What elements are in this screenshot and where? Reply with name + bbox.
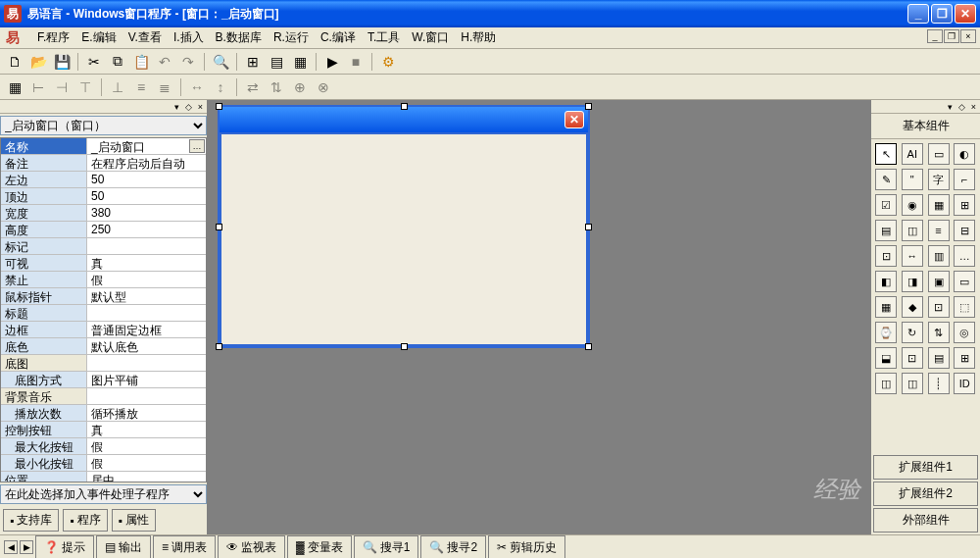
- property-value[interactable]: [87, 305, 206, 321]
- resize-handle-ne[interactable]: [585, 103, 592, 110]
- status-tab[interactable]: 🔍搜寻1: [354, 535, 419, 559]
- component-button[interactable]: ◆: [902, 296, 923, 318]
- component-button[interactable]: ↔: [902, 245, 923, 267]
- resize-handle-e[interactable]: [585, 224, 592, 230]
- component-button[interactable]: ▦: [928, 194, 950, 216]
- property-value[interactable]: 假: [87, 455, 206, 471]
- property-row[interactable]: 高度250: [1, 222, 206, 238]
- align-top-icon[interactable]: ⊥: [107, 76, 128, 98]
- component-button[interactable]: AI: [902, 143, 923, 165]
- property-tab-button[interactable]: ▪属性: [112, 509, 156, 532]
- mdi-restore-button[interactable]: ❐: [944, 29, 959, 43]
- center-h-icon[interactable]: ⊕: [289, 76, 311, 98]
- property-row[interactable]: 底色默认底色: [1, 338, 206, 355]
- status-tab[interactable]: ▤输出: [96, 535, 151, 559]
- property-value[interactable]: 真: [87, 255, 206, 271]
- component-button[interactable]: ▤: [875, 220, 897, 241]
- property-value[interactable]: 真: [87, 422, 206, 437]
- panel-close-icon[interactable]: ×: [196, 102, 205, 112]
- component-button[interactable]: ≡: [928, 220, 950, 241]
- property-value[interactable]: [87, 355, 206, 371]
- ellipsis-button[interactable]: …: [189, 139, 205, 153]
- component-button[interactable]: ◫: [875, 373, 897, 394]
- status-tab[interactable]: ≡调用表: [153, 535, 216, 559]
- vspace-icon[interactable]: ⇅: [266, 76, 287, 98]
- new-button[interactable]: 🗋: [4, 51, 25, 73]
- design-window-client[interactable]: [220, 132, 588, 346]
- form-designer[interactable]: ✕ 经验: [208, 100, 870, 534]
- component-button[interactable]: ▭: [954, 271, 975, 292]
- property-value[interactable]: 250: [87, 222, 206, 237]
- property-row[interactable]: 最小化按钮假: [1, 455, 206, 472]
- menu-item[interactable]: C.编译: [315, 27, 362, 48]
- component-button[interactable]: ": [902, 169, 923, 190]
- tab-scroll-right[interactable]: ▶: [20, 540, 33, 554]
- center-v-icon[interactable]: ⊗: [313, 76, 334, 98]
- menu-item[interactable]: I.插入: [168, 27, 210, 48]
- component-button[interactable]: ⌐: [954, 169, 975, 190]
- property-value[interactable]: [87, 238, 206, 254]
- minimize-button[interactable]: _: [907, 4, 929, 24]
- menu-item[interactable]: T.工具: [362, 27, 406, 48]
- same-width-icon[interactable]: ↔: [186, 76, 208, 98]
- resize-handle-n[interactable]: [401, 103, 408, 110]
- property-row[interactable]: 控制按钮真: [1, 422, 206, 438]
- property-value[interactable]: 默认底色: [87, 338, 206, 354]
- maximize-button[interactable]: ❐: [931, 4, 953, 24]
- property-value[interactable]: 循环播放: [87, 405, 206, 421]
- component-button[interactable]: ⊞: [954, 347, 975, 369]
- undo-button[interactable]: ↶: [154, 51, 175, 73]
- resize-handle-nw[interactable]: [216, 103, 222, 110]
- property-row[interactable]: 位置居中: [1, 472, 206, 482]
- component-button[interactable]: ▭: [928, 143, 950, 165]
- design-window[interactable]: ✕: [218, 105, 590, 348]
- property-row[interactable]: 鼠标指针默认型: [1, 288, 206, 305]
- align-right-icon[interactable]: ⊤: [74, 76, 96, 98]
- status-tab[interactable]: 🔍搜寻2: [420, 535, 486, 559]
- panel-pin-icon[interactable]: ◇: [956, 102, 967, 112]
- property-row[interactable]: 禁止假: [1, 272, 206, 288]
- align-middle-icon[interactable]: ≡: [130, 76, 152, 98]
- resize-handle-se[interactable]: [585, 343, 592, 350]
- property-value[interactable]: 居中: [87, 472, 206, 482]
- property-value[interactable]: 图片平铺: [87, 372, 206, 387]
- property-row[interactable]: 标记: [1, 238, 206, 255]
- property-value[interactable]: 默认型: [87, 288, 206, 304]
- property-value[interactable]: [87, 388, 206, 404]
- align-center-icon[interactable]: ⊣: [51, 76, 73, 98]
- hspace-icon[interactable]: ⇄: [242, 76, 264, 98]
- property-row[interactable]: 左边50: [1, 172, 206, 188]
- property-row[interactable]: 播放次数循环播放: [1, 405, 206, 422]
- property-tab-button[interactable]: ▪支持库: [3, 509, 59, 532]
- component-button[interactable]: …: [954, 245, 975, 267]
- property-row[interactable]: 背景音乐: [1, 388, 206, 405]
- component-button[interactable]: ⇅: [928, 322, 950, 343]
- component-category-button[interactable]: 扩展组件1: [873, 455, 978, 480]
- panel-pin-icon[interactable]: ◇: [183, 102, 194, 112]
- tab-scroll-left[interactable]: ◀: [4, 540, 18, 554]
- component-button[interactable]: ◫: [902, 373, 923, 394]
- component-button[interactable]: ◎: [954, 322, 975, 343]
- property-value[interactable]: 假: [87, 272, 206, 287]
- grid-icon[interactable]: ▦: [4, 76, 25, 98]
- component-button[interactable]: ▣: [928, 271, 950, 292]
- component-button[interactable]: ⊟: [954, 220, 975, 241]
- resize-handle-sw[interactable]: [216, 343, 222, 350]
- property-row[interactable]: 底图: [1, 355, 206, 372]
- component-button[interactable]: ↖: [875, 143, 897, 165]
- status-tab[interactable]: 👁监视表: [218, 535, 285, 559]
- property-value[interactable]: 380: [87, 205, 206, 221]
- component-button[interactable]: ◫: [902, 220, 923, 241]
- menu-item[interactable]: E.编辑: [75, 27, 122, 48]
- property-tab-button[interactable]: ▪程序: [63, 509, 107, 532]
- property-value[interactable]: 普通固定边框: [87, 322, 206, 337]
- component-tab-label[interactable]: 基本组件: [871, 114, 980, 139]
- status-tab[interactable]: ✂剪辑历史: [488, 535, 565, 559]
- property-row[interactable]: 最大化按钮假: [1, 438, 206, 455]
- component-button[interactable]: ⊡: [875, 245, 897, 267]
- component-button[interactable]: ◐: [954, 143, 975, 165]
- component-button[interactable]: ⬓: [875, 347, 897, 369]
- compile-button[interactable]: ⚙: [377, 51, 399, 73]
- same-height-icon[interactable]: ↕: [210, 76, 231, 98]
- panel-menu-icon[interactable]: ▾: [946, 102, 955, 112]
